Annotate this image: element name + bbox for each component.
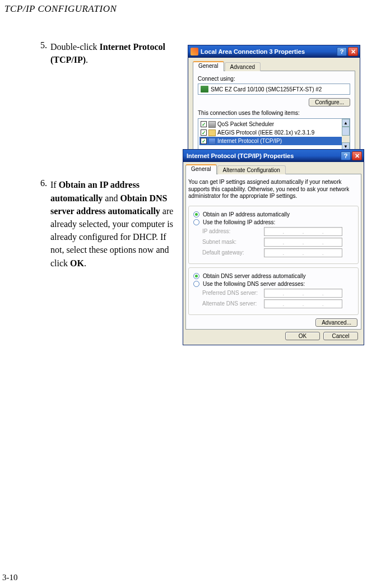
s6-b3: OK xyxy=(70,258,84,268)
window-icon xyxy=(191,48,198,55)
checkbox-icon[interactable]: ✓ xyxy=(201,129,207,136)
item-label: Internet Protocol (TCP/IP) xyxy=(217,138,282,144)
tab-general[interactable]: General xyxy=(185,164,217,174)
radio-label: Use the following DNS server addresses: xyxy=(203,281,305,287)
description-text: You can get IP settings assigned automat… xyxy=(188,179,359,200)
radio-label: Use the following IP address: xyxy=(203,219,275,225)
cancel-button[interactable]: Cancel xyxy=(323,332,358,340)
page-header: TCP/IP CONFIGURATION xyxy=(0,0,367,18)
field-label: Subnet mask: xyxy=(202,239,264,245)
s6-t3: . xyxy=(84,258,86,268)
radio-on-icon xyxy=(193,273,199,279)
ip-input: ... xyxy=(264,289,342,298)
help-button[interactable]: ? xyxy=(337,47,347,56)
service-icon xyxy=(208,121,216,128)
close-button[interactable]: ✕ xyxy=(352,151,362,160)
dns-group: Obtain DNS server address automatically … xyxy=(188,267,359,315)
close-button[interactable]: ✕ xyxy=(348,47,358,56)
dlg1-titlebar[interactable]: Local Area Connection 3 Properties ? ✕ xyxy=(188,45,360,58)
step-5-text: Double-click Internet Protocol (TCP/IP). xyxy=(50,40,180,66)
step-6-text: If Obtain an IP address automatically an… xyxy=(50,178,180,269)
radio-obtain-ip-auto[interactable]: Obtain an IP address automatically xyxy=(193,211,354,217)
ip-input: ... xyxy=(264,299,342,308)
ip-input: ... xyxy=(264,227,342,236)
field-dns-preferred: Preferred DNS server: ... xyxy=(202,289,354,298)
help-button[interactable]: ? xyxy=(341,151,351,160)
field-gateway: Default gateway: ... xyxy=(202,248,354,257)
advanced-button[interactable]: Advanced... xyxy=(315,318,357,327)
step-6-number: 6. xyxy=(34,178,50,269)
radio-off-icon xyxy=(193,219,199,225)
dlg2-title: Internet Protocol (TCP/IP) Properties xyxy=(187,152,340,159)
ok-button[interactable]: OK xyxy=(285,332,320,340)
s6-t1: and xyxy=(103,193,120,203)
field-label: IP address: xyxy=(202,228,264,234)
dialog-lan-properties: Local Area Connection 3 Properties ? ✕ G… xyxy=(188,45,360,161)
ip-group: Obtain an IP address automatically Use t… xyxy=(188,206,359,264)
dlg2-titlebar[interactable]: Internet Protocol (TCP/IP) Properties ? … xyxy=(183,150,364,162)
radio-obtain-dns-auto[interactable]: Obtain DNS server address automatically xyxy=(193,273,354,279)
items-listbox[interactable]: ✓ QoS Packet Scheduler ✓ AEGIS Protocol … xyxy=(198,118,350,151)
ip-input: ... xyxy=(264,238,342,247)
tab-alternate-config[interactable]: Alternate Configuration xyxy=(217,165,286,174)
radio-label: Obtain DNS server address automatically xyxy=(203,273,305,279)
nic-icon xyxy=(201,86,208,92)
ip-input: ... xyxy=(264,248,342,257)
field-label: Preferred DNS server: xyxy=(202,290,264,296)
step-5-pre: Double-click xyxy=(50,42,100,52)
scroll-up-icon[interactable]: ▲ xyxy=(342,119,350,127)
nic-name: SMC EZ Card 10/100 (SMC1255FTX-ST) #2 xyxy=(211,86,322,92)
radio-use-ip[interactable]: Use the following IP address: xyxy=(193,219,354,225)
item-label: AEGIS Protocol (IEEE 802.1x) v2.3.1.9 xyxy=(217,129,314,136)
checkbox-icon[interactable]: ✓ xyxy=(201,138,207,144)
protocol-icon xyxy=(208,138,216,145)
radio-use-dns[interactable]: Use the following DNS server addresses: xyxy=(193,281,354,287)
radio-on-icon xyxy=(193,211,199,217)
connect-using-label: Connect using: xyxy=(198,76,350,82)
scrollbar[interactable]: ▲ ▼ xyxy=(342,119,350,150)
configure-button[interactable]: Configure... xyxy=(309,98,350,107)
list-item[interactable]: ✓ AEGIS Protocol (IEEE 802.1x) v2.3.1.9 xyxy=(199,128,350,137)
dlg1-title: Local Area Connection 3 Properties xyxy=(201,48,336,55)
list-item[interactable]: ✓ QoS Packet Scheduler xyxy=(199,120,350,128)
scroll-thumb[interactable] xyxy=(342,127,350,136)
items-label: This connection uses the following items… xyxy=(198,110,350,116)
dialog-tcpip-properties: Internet Protocol (TCP/IP) Properties ? … xyxy=(183,149,364,345)
s6-t0: If xyxy=(50,180,59,189)
protocol-icon xyxy=(208,129,216,136)
field-dns-alternate: Alternate DNS server: ... xyxy=(202,299,354,308)
tab-general[interactable]: General xyxy=(193,61,224,71)
field-label: Alternate DNS server: xyxy=(202,300,264,307)
radio-off-icon xyxy=(193,281,199,287)
radio-label: Obtain an IP address automatically xyxy=(203,211,290,217)
checkbox-icon[interactable]: ✓ xyxy=(201,121,207,127)
nic-box[interactable]: SMC EZ Card 10/100 (SMC1255FTX-ST) #2 xyxy=(198,84,350,95)
tab-advanced[interactable]: Advanced xyxy=(225,62,261,71)
step-5-post: . xyxy=(86,55,88,64)
field-label: Default gateway: xyxy=(202,249,264,256)
list-item-selected[interactable]: ✓ Internet Protocol (TCP/IP) xyxy=(199,137,350,145)
step-5-number: 5. xyxy=(34,40,50,66)
field-ip-address: IP address: ... xyxy=(202,227,354,236)
page-number: 3-10 xyxy=(2,573,18,582)
item-label: QoS Packet Scheduler xyxy=(217,121,274,127)
field-subnet: Subnet mask: ... xyxy=(202,238,354,247)
